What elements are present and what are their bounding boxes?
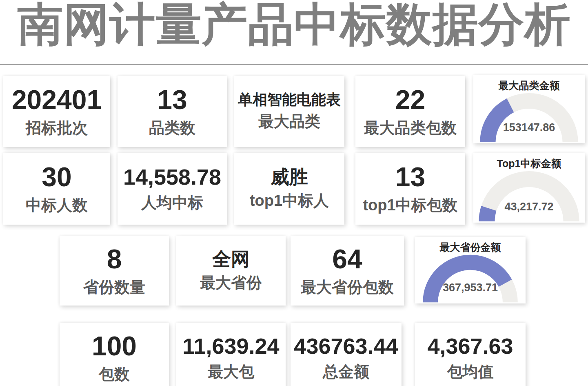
kpi-card-total-amount: 436763.44 总金额 <box>291 323 402 386</box>
kpi-card-top1-winner: 威胜 top1中标人 <box>234 153 344 225</box>
kpi-label: 包数 <box>99 365 130 384</box>
gauge-top-category-amount: 最大品类金额 153147.86 <box>473 75 585 143</box>
gauge-top1-winner-amount: Top1中标金额 43,217.72 <box>473 153 585 223</box>
kpi-value: 30 <box>42 163 71 191</box>
gauge-value: 43,217.72 <box>473 201 585 213</box>
kpi-card-top-province: 全网 最大省份 <box>176 236 286 306</box>
gauge-arc <box>476 92 582 143</box>
gauge-arc <box>476 170 582 222</box>
kpi-label: 最大省份 <box>200 274 262 292</box>
kpi-label: 品类数 <box>149 119 195 138</box>
kpi-value: 单相智能电能表 <box>238 92 341 107</box>
kpi-label: top1中标人 <box>250 192 329 210</box>
gauge-arc <box>417 254 523 303</box>
kpi-label: 最大品类包数 <box>364 119 457 138</box>
kpi-value: 11,639.24 <box>182 335 279 358</box>
kpi-card-max-package: 11,639.24 最大包 <box>176 323 286 386</box>
kpi-card-top-category-packages: 22 最大品类包数 <box>355 76 465 147</box>
kpi-card-avg-per-winner: 14,558.78 人均中标 <box>118 153 227 225</box>
kpi-value: 威胜 <box>271 167 308 187</box>
kpi-label: 人均中标 <box>141 194 203 212</box>
gauge-title: 最大省份金额 <box>440 241 501 254</box>
kpi-label: 总金额 <box>323 363 369 382</box>
kpi-card-avg-package: 4,367.63 包均值 <box>415 323 526 386</box>
kpi-value: 13 <box>157 86 187 114</box>
kpi-value: 100 <box>92 332 137 360</box>
kpi-value: 64 <box>332 245 362 273</box>
kpi-value: 22 <box>395 86 425 114</box>
kpi-label: 最大包 <box>208 363 254 382</box>
kpi-label: 中标人数 <box>26 196 88 215</box>
kpi-label: 省份数量 <box>83 278 145 297</box>
kpi-value: 14,558.78 <box>123 165 221 189</box>
kpi-label: 包均值 <box>447 363 494 382</box>
kpi-label: top1中标包数 <box>363 196 457 215</box>
kpi-value: 8 <box>107 245 122 273</box>
gauge-top-province-amount: 最大省份金额 367,953.71 <box>415 237 526 303</box>
gauge-title: Top1中标金额 <box>497 157 561 170</box>
kpi-label: 招标批次 <box>26 119 88 138</box>
divider <box>0 64 588 65</box>
kpi-card-winner-count: 30 中标人数 <box>3 153 110 225</box>
kpi-card-top-category: 单相智能电能表 最大品类 <box>234 76 344 147</box>
kpi-card-category-count: 13 品类数 <box>118 76 227 147</box>
kpi-card-top-province-packages: 64 最大省份包数 <box>291 236 404 306</box>
kpi-card-province-count: 8 省份数量 <box>60 236 169 306</box>
gauge-value: 367,953.71 <box>415 281 526 294</box>
gauge-title: 最大品类金额 <box>499 79 560 92</box>
kpi-label: 最大品类 <box>258 112 320 131</box>
kpi-value: 4,367.63 <box>427 335 513 358</box>
kpi-card-top1-packages: 13 top1中标包数 <box>355 153 465 225</box>
page-title: 南网计量产品中标数据分析 <box>0 0 588 51</box>
kpi-value: 436763.44 <box>294 335 398 358</box>
kpi-label: 最大省份包数 <box>301 278 394 297</box>
kpi-card-bid-batch: 202401 招标批次 <box>3 76 110 147</box>
kpi-value: 202401 <box>12 86 102 114</box>
kpi-card-package-count: 100 包数 <box>60 323 169 386</box>
gauge-value: 153147.86 <box>473 121 585 134</box>
kpi-value: 全网 <box>212 249 250 269</box>
kpi-value: 13 <box>395 163 425 191</box>
